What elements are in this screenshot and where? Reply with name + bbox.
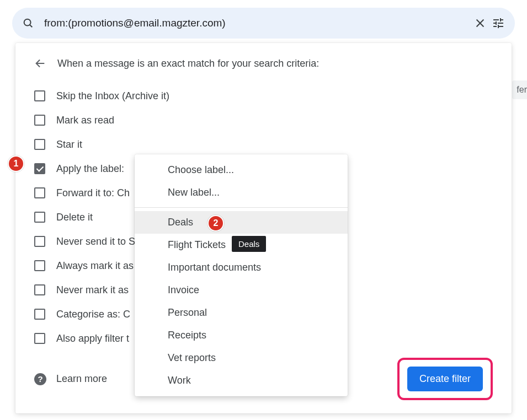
- clear-search-icon[interactable]: [474, 17, 486, 29]
- help-icon[interactable]: ?: [34, 373, 46, 385]
- dropdown-label-personal[interactable]: Personal: [135, 301, 348, 324]
- checkbox-categorise[interactable]: [34, 309, 45, 320]
- option-label: Star it: [56, 139, 82, 150]
- svg-point-0: [24, 19, 31, 26]
- checkbox-never-spam[interactable]: [34, 236, 45, 247]
- option-label: Also apply filter t: [56, 333, 129, 344]
- checkbox-star-it[interactable]: [34, 139, 45, 150]
- create-filter-highlight: Create filter: [397, 358, 493, 400]
- dropdown-label-work[interactable]: Work: [135, 369, 348, 392]
- checkbox-forward[interactable]: [34, 187, 45, 198]
- tooltip-deals: Deals: [232, 236, 266, 252]
- checkbox-always-important[interactable]: [34, 260, 45, 271]
- option-label: Never send it to S: [56, 236, 135, 247]
- option-label: Always mark it as: [56, 260, 134, 272]
- search-bar: [12, 8, 515, 39]
- learn-more-link[interactable]: Learn more: [56, 373, 107, 385]
- dropdown-choose-label[interactable]: Choose label...: [135, 159, 348, 181]
- option-mark-read: Mark as read: [34, 108, 493, 132]
- back-arrow-icon[interactable]: [34, 57, 46, 69]
- option-label: Forward it to: Ch: [56, 187, 130, 199]
- panel-header-text: When a message is an exact match for you…: [57, 58, 319, 69]
- option-skip-inbox: Skip the Inbox (Archive it): [34, 84, 493, 108]
- checkbox-skip-inbox[interactable]: [34, 90, 45, 101]
- option-label: Skip the Inbox (Archive it): [56, 90, 169, 102]
- dropdown-label-important-documents[interactable]: Important documents: [135, 256, 348, 279]
- option-label: Delete it: [56, 212, 93, 223]
- option-label: Apply the label:: [56, 163, 124, 175]
- dropdown-label-receipts[interactable]: Receipts: [135, 324, 348, 347]
- dropdown-label-vet-reports[interactable]: Vet reports: [135, 347, 348, 369]
- checkbox-apply-label[interactable]: [34, 163, 45, 174]
- dropdown-label-invoice[interactable]: Invoice: [135, 279, 348, 301]
- annotation-badge-1: 1: [8, 155, 24, 172]
- create-filter-button[interactable]: Create filter: [407, 367, 483, 391]
- checkbox-also-apply[interactable]: [34, 333, 45, 344]
- option-label: Mark as read: [56, 115, 114, 126]
- dropdown-new-label[interactable]: New label...: [135, 181, 348, 204]
- checkbox-never-important[interactable]: [34, 284, 45, 295]
- dropdown-divider: [135, 207, 348, 208]
- background-tab-partial: fer: [512, 80, 527, 99]
- dropdown-label-deals[interactable]: Deals: [135, 211, 348, 234]
- option-label: Categorise as: C: [56, 309, 130, 320]
- search-options-icon[interactable]: [492, 17, 505, 30]
- option-star-it: Star it: [34, 132, 493, 157]
- search-input[interactable]: [44, 17, 469, 29]
- option-label: Never mark it as: [56, 284, 129, 296]
- search-icon[interactable]: [22, 17, 34, 29]
- annotation-badge-2: 2: [207, 215, 224, 231]
- label-dropdown: Choose label... New label... Deals Fligh…: [135, 154, 348, 396]
- checkbox-mark-read[interactable]: [34, 115, 45, 126]
- svg-line-1: [30, 25, 32, 27]
- checkbox-delete[interactable]: [34, 212, 45, 223]
